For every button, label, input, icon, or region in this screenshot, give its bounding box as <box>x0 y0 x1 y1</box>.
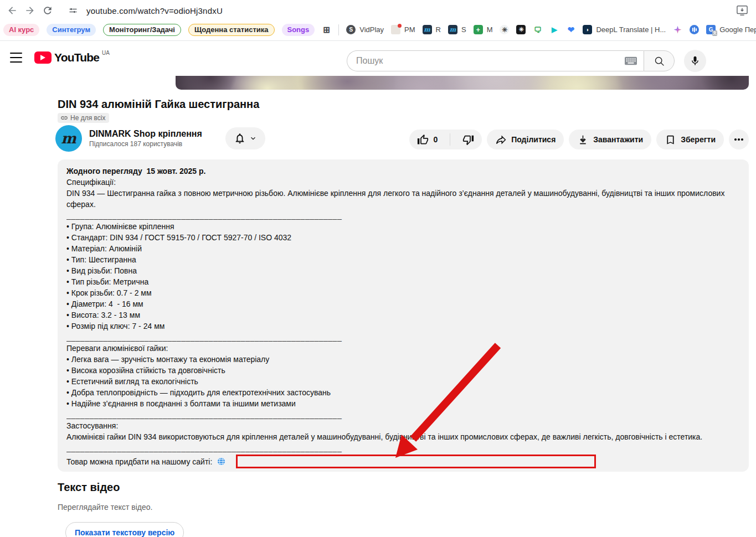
description-line: ________________________________________… <box>66 409 740 420</box>
chat-icon[interactable]: 🗨 <box>533 25 542 34</box>
youtube-wordmark: YouTube <box>54 49 99 66</box>
show-transcript-button[interactable]: Показати текстову версію <box>65 522 184 537</box>
youtube-logo[interactable]: YouTube UA <box>34 49 110 66</box>
search-button[interactable] <box>644 50 675 71</box>
annotation-highlight-box <box>236 455 596 468</box>
deepl-icon: ◗ <box>583 25 592 34</box>
bookmark-google-translate[interactable]: G Google Перекладач <box>706 25 756 34</box>
share-button[interactable]: Поділитися <box>487 130 564 149</box>
bookmark-pm[interactable]: PM <box>391 25 415 34</box>
link-icon <box>60 114 68 122</box>
transcript-title: Текст відео <box>58 481 120 494</box>
gemini-sparkle-icon[interactable] <box>673 25 682 34</box>
description-line: • Естетичний вигляд та екологічність <box>66 376 740 387</box>
heart-icon[interactable]: ❤ <box>566 25 575 34</box>
subscriber-count: Підписалося 187 користувачів <box>89 140 202 148</box>
search-box[interactable] <box>347 50 644 71</box>
chevron-down-icon <box>249 135 257 142</box>
description-line: Жодного перегляду 15 жовт. 2025 р. <box>66 166 740 177</box>
description-text: Жодного перегляду 15 жовт. 2025 р.Специф… <box>66 166 740 453</box>
description-line: • Стандарт: DIN 934 / ГОСТ 5915-70 / ГОС… <box>66 232 740 243</box>
bookmark-vidplay[interactable]: S VidPlay <box>346 25 384 34</box>
thumb-down-icon <box>462 134 474 146</box>
screen-download-icon[interactable] <box>736 5 748 16</box>
download-label: Завантажити <box>593 135 643 144</box>
bookmark-m[interactable]: + M <box>474 25 493 34</box>
video-player-bottom-edge[interactable] <box>176 76 749 90</box>
channel-avatar[interactable]: m <box>55 125 82 152</box>
video-description[interactable]: Жодного перегляду 15 жовт. 2025 р.Специф… <box>58 159 749 472</box>
bookmarks-bar: AI курс Синтегрум Моніторинг/Задачі Щоде… <box>0 21 756 41</box>
vidplay-icon: S <box>346 25 356 34</box>
description-line: • Висота: 3.2 - 13 мм <box>66 309 740 321</box>
save-label: Зберегти <box>681 135 716 144</box>
site-info-icon[interactable] <box>66 4 80 17</box>
download-button[interactable]: Завантажити <box>569 130 651 149</box>
youtube-play-icon <box>34 51 52 64</box>
description-line: Переваги алюмінієвої гайки: <box>66 343 740 354</box>
save-button[interactable]: Зберегти <box>656 130 724 149</box>
dark-app-icon[interactable]: ✳ <box>516 25 526 34</box>
channel-name[interactable]: DINMARK Shop кріплення <box>89 129 202 139</box>
like-button[interactable]: 0 <box>409 130 445 149</box>
purchase-line: Товар можна придбати на нашому сайті: <box>66 455 740 468</box>
description-line: • Легка вага — зручність монтажу та екон… <box>66 354 740 365</box>
description-line: • Група: Алюмінієве кріплення <box>66 221 740 232</box>
sheets-icon: + <box>474 25 483 34</box>
description-line: Специфікації: <box>66 177 740 188</box>
bookmark-icon <box>665 134 676 146</box>
bookmark-syntegrum[interactable]: Синтегрум <box>47 24 96 36</box>
like-dislike-pill: 0 <box>409 130 482 149</box>
hamburger-menu-icon[interactable] <box>9 51 23 64</box>
keyboard-icon[interactable] <box>625 56 637 65</box>
youtube-header: YouTube UA <box>0 42 756 76</box>
share-icon <box>495 134 507 146</box>
like-count: 0 <box>433 135 438 144</box>
description-line: DIN 934 — Шестигранна гайка з повною мет… <box>66 188 740 199</box>
blue-bars-icon[interactable] <box>690 25 699 34</box>
bookmark-s[interactable]: m S <box>448 25 466 34</box>
reload-icon[interactable] <box>39 2 56 19</box>
download-icon <box>577 134 589 146</box>
transcript-subtitle: Переглядайте текст відео. <box>58 503 152 512</box>
share-label: Поділитися <box>511 135 556 144</box>
bookmarks-divider <box>338 24 339 35</box>
description-line: ________________________________________… <box>66 332 740 343</box>
more-actions-button[interactable] <box>729 130 749 149</box>
description-line: ________________________________________… <box>66 210 740 221</box>
forward-icon[interactable] <box>21 2 39 19</box>
visibility-badge-label: Не для всіх <box>70 114 105 122</box>
pill-divider <box>450 133 450 146</box>
m-wave-icon: m <box>423 25 432 34</box>
bookmark-songs[interactable]: Songs <box>282 24 315 36</box>
address-bar[interactable]: youtube.com/watch?v=odioHj3ndxU <box>86 6 223 16</box>
description-line: • Вид різьби: Повна <box>66 265 740 276</box>
description-line: • Тип: Шестигранна <box>66 254 740 265</box>
openai-icon[interactable]: ✳ <box>500 25 509 34</box>
bookmark-r[interactable]: m R <box>423 25 441 34</box>
description-line: Алюмінієві гайки DIN 934 використовуютьс… <box>66 431 740 442</box>
region-label: UA <box>102 50 110 56</box>
thumb-up-icon <box>417 134 429 146</box>
description-line: сферах. <box>66 199 740 210</box>
bookmark-statistics[interactable]: Щоденна статистика <box>188 24 275 36</box>
description-line: • Висока корозійна стійкість та довговіч… <box>66 365 740 376</box>
purchase-label: Товар можна придбати на нашому сайті: <box>66 456 212 467</box>
play-icon[interactable]: ▶ <box>549 25 559 34</box>
description-line: • Крок різьби: 0.7 - 2 мм <box>66 287 740 298</box>
google-translate-icon: G <box>706 25 716 34</box>
dislike-button[interactable] <box>455 130 482 149</box>
back-icon[interactable] <box>3 2 21 19</box>
description-line: • Тип різьби: Метрична <box>66 276 740 287</box>
globe-icon <box>217 457 226 466</box>
mic-button[interactable] <box>684 50 706 72</box>
search-input[interactable] <box>356 56 625 66</box>
notifications-button[interactable] <box>225 127 265 149</box>
bookmark-ai-kurs[interactable]: AI курс <box>3 24 39 36</box>
description-line: • Матеріал: Алюміній <box>66 243 740 254</box>
pm-icon <box>391 25 400 34</box>
bookmark-deepl[interactable]: ◗ DeepL Translate | H... <box>583 25 666 34</box>
description-line: • Добра теплопровідність — підходить для… <box>66 387 740 398</box>
apps-grid-icon[interactable]: ⊞ <box>322 25 331 34</box>
bookmark-monitoring[interactable]: Моніторинг/Задачі <box>103 24 181 36</box>
